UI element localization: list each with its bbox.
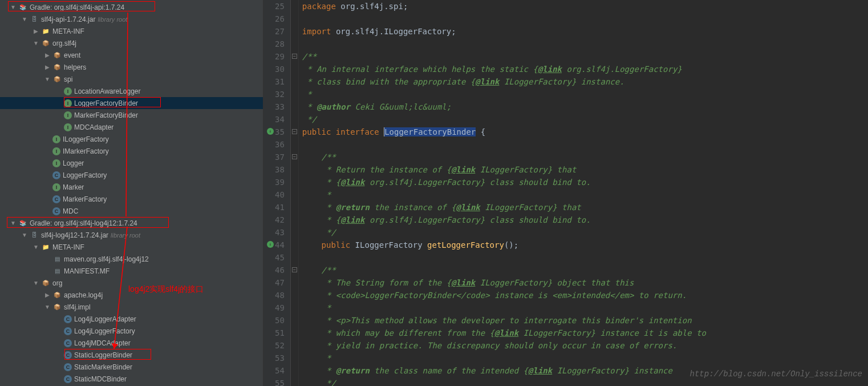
code-line[interactable]: */: [302, 113, 868, 126]
chevron-right-icon[interactable]: ▶: [44, 64, 50, 70]
tree-item[interactable]: ▶📦apache.log4j: [0, 289, 263, 301]
code-line[interactable]: * Return the instance of {@link ILoggerF…: [302, 163, 868, 176]
code-line[interactable]: /**: [302, 50, 868, 63]
line-number: 27: [275, 25, 285, 38]
line-number: 42: [275, 214, 285, 226]
gutter-mark-icon[interactable]: ↓: [267, 128, 274, 135]
code-editor[interactable]: 2526272829303132333435↓36373839404142434…: [263, 0, 868, 386]
code-line[interactable]: import org.slf4j.ILoggerFactory;: [302, 25, 868, 38]
tree-item[interactable]: ▶CLoggerFactory: [0, 169, 263, 181]
tree-item[interactable]: ▼🗄slf4j-log4j12-1.7.24.jarlibrary root: [0, 229, 263, 241]
code-line[interactable]: [302, 251, 868, 264]
code-line[interactable]: * The String form of the {@link ILoggerF…: [302, 276, 868, 289]
tree-item[interactable]: ▶📦event: [0, 49, 263, 61]
tree-item[interactable]: ▼📁META-INF: [0, 241, 263, 253]
fold-column[interactable]: −−−−: [291, 0, 299, 386]
chevron-right-icon[interactable]: ▶: [33, 28, 39, 34]
tree-item[interactable]: ▶▤MANIFEST.MF: [0, 265, 263, 277]
tree-item[interactable]: ▼📦org: [0, 277, 263, 289]
line-number: 54: [275, 364, 285, 377]
tree-item[interactable]: ▼📚Gradle: org.slf4j:slf4j-api:1.7.24: [0, 1, 263, 13]
tree-item[interactable]: ▶CLog4jMDCAdapter: [0, 337, 263, 349]
chevron-down-icon[interactable]: ▼: [33, 40, 39, 46]
code-area[interactable]: package org.slf4j.spi; import org.slf4j.…: [299, 0, 868, 386]
tree-item[interactable]: ▶ILogger: [0, 157, 263, 169]
code-line[interactable]: * which may be different from the {@link…: [302, 327, 868, 339]
code-line[interactable]: * @return the instance of {@link ILogger…: [302, 201, 868, 214]
code-line[interactable]: */: [302, 377, 868, 386]
code-line[interactable]: public interface LoggerFactoryBinder {: [302, 126, 868, 138]
tree-item[interactable]: ▼📦slf4j.impl: [0, 301, 263, 313]
tree-item[interactable]: ▶CStaticMDCBinder: [0, 373, 263, 385]
tree-item[interactable]: ▶CStaticMarkerBinder: [0, 361, 263, 373]
code-line[interactable]: * {@link org.slf4j.LoggerFactory} class …: [302, 176, 868, 188]
code-line[interactable]: * class bind with the appropriate {@link…: [302, 75, 868, 88]
tree-item[interactable]: ▶📦helpers: [0, 61, 263, 73]
tree-item[interactable]: ▶CStaticLoggerBinder: [0, 349, 263, 361]
line-number: 33: [275, 100, 285, 113]
line-number: 30: [275, 63, 285, 75]
chevron-down-icon[interactable]: ▼: [10, 4, 16, 10]
line-number: 40: [275, 188, 285, 201]
tree-item[interactable]: ▼📦org.slf4j: [0, 37, 263, 49]
file-icon: ▤: [52, 255, 62, 264]
tree-item[interactable]: ▶IMarkerFactoryBinder: [0, 109, 263, 121]
tree-item[interactable]: ▶IIMarkerFactory: [0, 145, 263, 157]
code-line[interactable]: [302, 38, 868, 50]
code-line[interactable]: *: [302, 301, 868, 314]
code-line[interactable]: *: [302, 188, 868, 201]
iface-icon: I: [64, 99, 72, 107]
tree-item-label: Log4jMDCAdapter: [74, 339, 131, 347]
tree-item[interactable]: ▼📚Gradle: org.slf4j:slf4j-log4j12:1.7.24: [0, 217, 263, 229]
gutter-mark-icon[interactable]: ↓: [267, 241, 274, 248]
iface-icon: I: [52, 159, 60, 167]
chevron-down-icon[interactable]: ▼: [33, 280, 39, 286]
tree-item[interactable]: ▼🗄slf4j-api-1.7.24.jarlibrary root: [0, 13, 263, 25]
tree-item-label: apache.log4j: [64, 291, 103, 299]
chevron-down-icon[interactable]: ▼: [44, 76, 50, 82]
tree-item[interactable]: ▶CLog4jLoggerAdapter: [0, 313, 263, 325]
chevron-right-icon[interactable]: ▶: [44, 292, 50, 298]
code-line[interactable]: [302, 13, 868, 25]
code-line[interactable]: * <p>This method allows the developer to…: [302, 314, 868, 327]
code-line[interactable]: *: [302, 88, 868, 100]
fold-toggle-icon[interactable]: −: [292, 129, 297, 134]
chevron-down-icon[interactable]: ▼: [22, 16, 27, 22]
fold-toggle-icon[interactable]: −: [292, 267, 297, 272]
code-line[interactable]: public ILoggerFactory getLoggerFactory()…: [302, 239, 868, 251]
fold-toggle-icon[interactable]: −: [292, 54, 297, 59]
project-tree-panel[interactable]: log4j2实现slf4j的接口 ▼📚Gradle: org.slf4j:slf…: [0, 0, 263, 386]
tree-item[interactable]: ▶CMDC: [0, 205, 263, 217]
tree-item[interactable]: ▶ILocationAwareLogger: [0, 85, 263, 97]
code-line[interactable]: /**: [302, 151, 868, 163]
tree-item[interactable]: ▶IMDCAdapter: [0, 121, 263, 133]
chevron-down-icon[interactable]: ▼: [33, 244, 39, 250]
chevron-down-icon[interactable]: ▼: [44, 304, 50, 310]
tree-item[interactable]: ▶IMarker: [0, 181, 263, 193]
chevron-down-icon[interactable]: ▼: [10, 220, 16, 226]
iface-icon: I: [52, 183, 60, 191]
code-line[interactable]: *: [302, 352, 868, 364]
tree-item[interactable]: ▶CMarkerFactory: [0, 193, 263, 205]
tree-item-label: Gradle: org.slf4j:slf4j-api:1.7.24: [30, 3, 124, 11]
code-line[interactable]: * yield in practice. The discrepancy sho…: [302, 339, 868, 352]
tree-item[interactable]: ▶IILoggerFactory: [0, 133, 263, 145]
code-line[interactable]: * An internal interface which helps the …: [302, 63, 868, 75]
tree-item[interactable]: ▶ILoggerFactoryBinder: [0, 97, 263, 109]
code-line[interactable]: * @author Ceki G&uuml;lc&uuml;: [302, 100, 868, 113]
code-line[interactable]: /**: [302, 264, 868, 276]
tree-item[interactable]: ▶📁META-INF: [0, 25, 263, 37]
tree-item[interactable]: ▼📦spi: [0, 73, 263, 85]
tree-item[interactable]: ▶CLog4jLoggerFactory: [0, 325, 263, 337]
code-line[interactable]: * <code>LoggerFactoryBinder</code> insta…: [302, 289, 868, 301]
code-line[interactable]: */: [302, 226, 868, 239]
cls-icon: C: [64, 327, 72, 335]
code-line[interactable]: * @return the class name of the intended…: [302, 364, 868, 377]
chevron-down-icon[interactable]: ▼: [22, 232, 27, 238]
code-line[interactable]: [302, 138, 868, 151]
tree-item[interactable]: ▶▤maven.org.slf4j.slf4j-log4j12: [0, 253, 263, 265]
fold-toggle-icon[interactable]: −: [292, 154, 297, 159]
code-line[interactable]: package org.slf4j.spi;: [302, 0, 868, 13]
code-line[interactable]: * {@link org.slf4j.LoggerFactory} class …: [302, 214, 868, 226]
chevron-right-icon[interactable]: ▶: [44, 52, 50, 58]
